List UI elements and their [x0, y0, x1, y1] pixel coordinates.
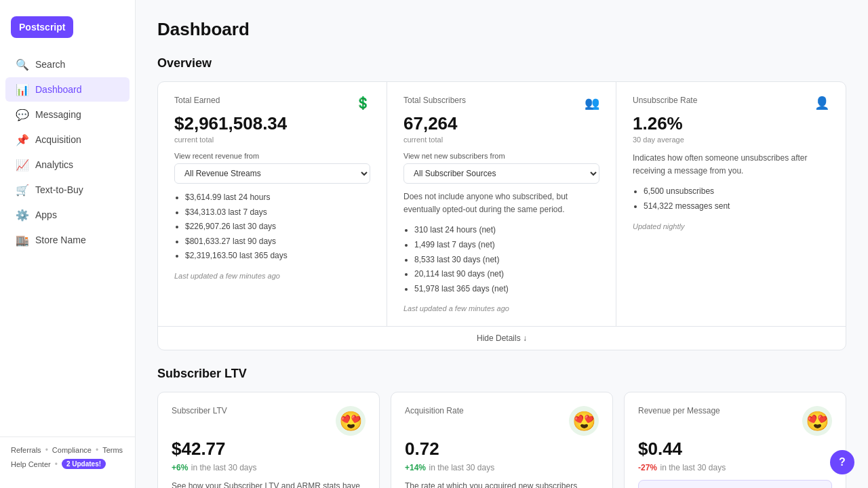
- sidebar-item-search[interactable]: 🔍Search: [5, 52, 130, 77]
- text-to-buy-icon: 🛒: [16, 184, 28, 196]
- sidebar-item-label: Dashboard: [35, 84, 82, 95]
- unsub-description: Indicates how often someone unsubscribes…: [633, 152, 829, 178]
- unsubscribe-rate-card: Unsubscribe Rate 👤 1.26% 30 day average …: [616, 82, 846, 326]
- sidebar-item-dashboard[interactable]: 📊Dashboard: [5, 77, 130, 102]
- search-icon: 🔍: [16, 58, 28, 70]
- rpm-emoji: 😍: [802, 406, 832, 436]
- cards-grid: Total Earned 💲 $2,961,508.34 current tot…: [158, 82, 846, 326]
- list-item: 514,322 messages sent: [644, 199, 829, 214]
- main-content: Dashboard Overview Total Earned 💲 $2,961…: [136, 0, 868, 488]
- revenue-stream-select[interactable]: All Revenue Streams: [174, 163, 370, 184]
- unsub-value: 1.26%: [633, 113, 829, 134]
- sidebar-item-label: Acquisition: [35, 134, 81, 145]
- messaging-icon: 💬: [16, 108, 28, 121]
- ltv-card-label: Subscriber LTV: [172, 406, 227, 415]
- unsub-header: Unsubscribe Rate 👤: [633, 96, 829, 110]
- sidebar-item-label: Messaging: [35, 109, 81, 120]
- list-item: 6,500 unsubscribes: [644, 184, 829, 199]
- hide-details-bar[interactable]: Hide Details ↓: [158, 326, 846, 350]
- dot1: •: [45, 445, 48, 455]
- acquisition-icon: 📌: [16, 134, 28, 146]
- referrals-link[interactable]: Referrals: [11, 446, 41, 454]
- list-item: $226,907.26 last 30 days: [185, 220, 370, 235]
- overview-cards: Total Earned 💲 $2,961,508.34 current tot…: [157, 81, 846, 350]
- subs-description: Does not include anyone who subscribed, …: [403, 190, 599, 216]
- total-earned-card: Total Earned 💲 $2,961,508.34 current tot…: [158, 82, 387, 326]
- sidebar-item-label: Text-to-Buy: [35, 184, 83, 195]
- dashboard-icon: 📊: [16, 83, 28, 96]
- logo: Postscript: [11, 16, 73, 38]
- subscribers-header: Total Subscribers 👥: [403, 96, 599, 110]
- list-item: $3,614.99 last 24 hours: [185, 190, 370, 205]
- rpm-change: -27%: [638, 463, 657, 472]
- subscribers-value: 67,264: [403, 113, 599, 134]
- store-name-icon: 🏬: [16, 234, 28, 246]
- subscribers-sub: current total: [403, 136, 599, 144]
- ltv-grid: Subscriber LTV 😍 $42.77 +6% in the last …: [157, 392, 846, 488]
- subscriber-source-select[interactable]: All Subscriber Sources: [403, 163, 599, 184]
- sidebar-item-store-name[interactable]: 🏬Store Name: [5, 228, 130, 252]
- sidebar-item-analytics[interactable]: 📈Analytics: [5, 152, 130, 177]
- ltv-emoji: 😍: [336, 406, 366, 436]
- subscribers-label: Total Subscribers: [403, 96, 466, 105]
- analytics-icon: 📈: [16, 159, 28, 171]
- sidebar-nav: 🔍Search📊Dashboard💬Messaging📌Acquisition📈…: [0, 52, 135, 436]
- ltv-desc1: See how your Subscriber LTV and ARMR sta…: [172, 480, 366, 488]
- sidebar: Postscript 🔍Search📊Dashboard💬Messaging📌A…: [0, 0, 136, 488]
- list-item: 1,499 last 7 days (net): [414, 238, 599, 253]
- footer-links: Referrals • Compliance • Terms: [11, 445, 124, 455]
- earned-bullets: $3,614.99 last 24 hours$34,313.03 last 7…: [174, 190, 370, 264]
- ltv-change: +6%: [172, 463, 188, 472]
- subscribers-icon: 👥: [585, 96, 599, 110]
- list-item: $2,319,163.50 last 365 days: [185, 249, 370, 264]
- list-item: $801,633.27 last 90 days: [185, 235, 370, 249]
- unsub-bullets: 6,500 unsubscribes514,322 messages sent: [633, 184, 829, 214]
- sidebar-item-label: Store Name: [35, 235, 86, 245]
- earned-update-time: Last updated a few minutes ago: [174, 272, 370, 280]
- acq-value: 0.72: [405, 439, 599, 460]
- compliance-link[interactable]: Compliance: [52, 446, 92, 454]
- dollar-icon: 💲: [355, 96, 370, 110]
- ltv-period: in the last 30 days: [191, 463, 257, 472]
- sidebar-item-apps[interactable]: ⚙️Apps: [5, 203, 130, 227]
- sidebar-item-messaging[interactable]: 💬Messaging: [5, 102, 130, 127]
- select-label-earned: View recent revenue from: [174, 152, 370, 160]
- rpm-period: in the last 30 days: [660, 463, 726, 472]
- sidebar-item-label: Search: [35, 59, 65, 70]
- sidebar-item-text-to-buy[interactable]: 🛒Text-to-Buy: [5, 178, 130, 202]
- sidebar-footer: Referrals • Compliance • Terms Help Cent…: [0, 436, 135, 477]
- card-header: Total Earned 💲: [174, 96, 370, 110]
- subscriber-ltv-card: Subscriber LTV 😍 $42.77 +6% in the last …: [157, 392, 380, 488]
- logo-area: Postscript: [0, 11, 135, 52]
- overview-section: Overview Total Earned 💲 $2,961,508.34 cu…: [157, 56, 846, 350]
- rpm-inner-card: Learn more about Subscriber LTV and Reve…: [638, 480, 832, 488]
- overview-title: Overview: [157, 56, 846, 70]
- total-earned-sub: current total: [174, 136, 370, 144]
- subs-update-time: Last updated a few minutes ago: [403, 304, 599, 312]
- rpm-card-label: Revenue per Message: [638, 406, 720, 415]
- acq-card-header: Acquisition Rate 😍: [405, 406, 599, 436]
- acq-card-label: Acquisition Rate: [405, 406, 464, 415]
- acq-change: +14%: [405, 463, 426, 472]
- select-label-subs: View net new subscribers from: [403, 152, 599, 160]
- sidebar-item-acquisition[interactable]: 📌Acquisition: [5, 127, 130, 152]
- ltv-card-header: Subscriber LTV 😍: [172, 406, 366, 436]
- total-subscribers-card: Total Subscribers 👥 67,264 current total…: [387, 82, 616, 326]
- ltv-value: $42.77: [172, 439, 366, 460]
- rpm-value: $0.44: [638, 439, 832, 460]
- updates-badge[interactable]: 2 Updates!: [62, 459, 106, 469]
- sidebar-item-label: Analytics: [35, 159, 73, 170]
- sidebar-item-label: Apps: [35, 209, 57, 220]
- list-item: 51,978 last 365 days (net): [414, 282, 599, 297]
- ltv-title: Subscriber LTV: [157, 367, 846, 381]
- page-title: Dashboard: [157, 19, 846, 40]
- total-earned-label: Total Earned: [174, 96, 220, 105]
- total-earned-value: $2,961,508.34: [174, 113, 370, 134]
- unsub-icon: 👤: [814, 96, 829, 110]
- list-item: 310 last 24 hours (net): [414, 223, 599, 238]
- acquisition-rate-card: Acquisition Rate 😍 0.72 +14% in the last…: [391, 392, 613, 488]
- help-button[interactable]: ?: [830, 450, 854, 474]
- help-center-label: Help Center: [11, 460, 51, 468]
- terms-link[interactable]: Terms: [102, 446, 123, 454]
- apps-icon: ⚙️: [16, 209, 28, 221]
